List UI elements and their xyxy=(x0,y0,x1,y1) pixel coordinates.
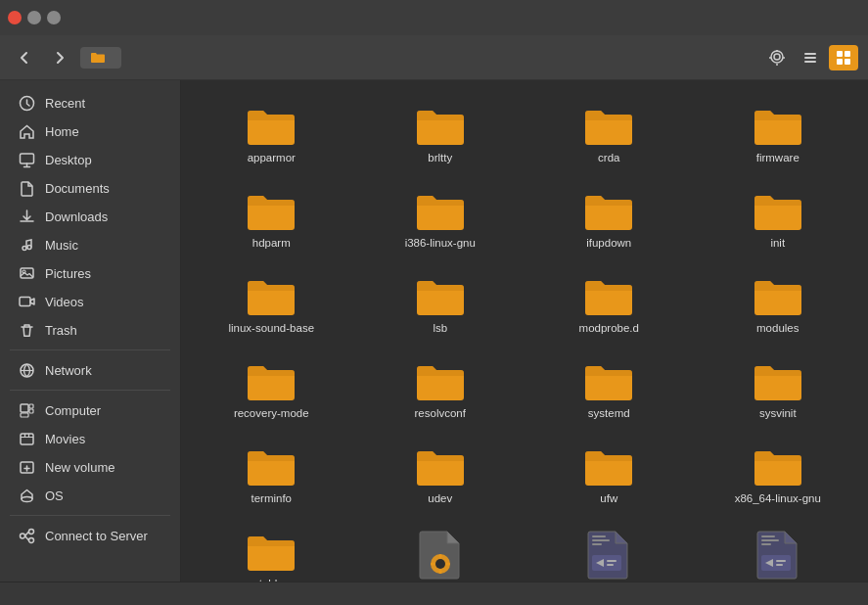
sidebar-item-videos[interactable]: Videos xyxy=(4,288,176,315)
file-item[interactable]: recovery-mode xyxy=(191,351,352,429)
linux-sound-base-label: linux-sound-base xyxy=(228,321,314,336)
svg-rect-5 xyxy=(837,51,843,57)
sidebar-item-newvolume[interactable]: New volume xyxy=(4,453,176,481)
file-item[interactable]: xtables xyxy=(191,522,352,582)
music-icon xyxy=(18,236,35,254)
sidebar-item-connect[interactable]: Connect to Server xyxy=(4,522,176,549)
svg-rect-32 xyxy=(592,535,606,537)
svg-rect-3 xyxy=(804,57,816,59)
file-item[interactable]: linux-sound-base xyxy=(191,266,352,344)
file-item[interactable]: crda xyxy=(528,96,690,173)
list-view-button[interactable] xyxy=(796,45,825,70)
file-item[interactable]: i386-linux-gnu xyxy=(360,181,522,258)
hdparm-icon xyxy=(246,189,297,232)
ifupdown-icon xyxy=(583,189,634,232)
ifupdown-label: ifupdown xyxy=(586,236,631,251)
file-item[interactable]: apparmor xyxy=(191,96,352,173)
close-button[interactable] xyxy=(8,11,22,24)
terminfo-label: terminfo xyxy=(251,491,292,506)
pictures-label: Pictures xyxy=(45,266,91,281)
svg-rect-29 xyxy=(438,570,441,574)
sidebar-item-music[interactable]: Music xyxy=(4,231,176,258)
file-item[interactable]: modules xyxy=(698,266,859,344)
svg-point-11 xyxy=(27,245,31,249)
file-item[interactable]: sysvinit xyxy=(698,351,859,429)
sysvinit-icon xyxy=(753,359,803,402)
file-item[interactable]: lsb xyxy=(360,266,522,344)
sidebar-item-pictures[interactable]: Pictures xyxy=(4,259,176,287)
file-item[interactable]: brltty xyxy=(360,96,522,173)
file-item[interactable]: ifupdown xyxy=(528,181,690,258)
file-item[interactable]: resolvconf xyxy=(360,351,522,429)
movies-label: Movies xyxy=(45,432,85,446)
udev-label: udev xyxy=(428,491,452,506)
ufw-label: ufw xyxy=(600,491,617,506)
udev-icon xyxy=(415,444,466,488)
newvolume-label: New volume xyxy=(45,460,115,475)
sidebar-item-movies[interactable]: Movies xyxy=(4,425,176,452)
grid-view-button[interactable] xyxy=(829,45,858,70)
sidebar: RecentHomeDesktopDocumentsDownloadsMusic… xyxy=(0,80,181,582)
svg-rect-20 xyxy=(21,434,33,444)
file-item[interactable]: ufw xyxy=(528,437,690,514)
svg-rect-12 xyxy=(21,268,33,278)
svg-point-22 xyxy=(22,496,32,501)
file-item[interactable]: x86_64-linux-gnu xyxy=(698,437,859,514)
svg-rect-34 xyxy=(592,543,602,545)
klibc-icon xyxy=(586,530,631,581)
recovery-mode-label: recovery-mode xyxy=(234,406,309,421)
forward-button[interactable] xyxy=(45,45,74,70)
sidebar-item-recent[interactable]: Recent xyxy=(4,89,176,116)
cpp-icon xyxy=(418,530,463,581)
file-item[interactable]: cpp xyxy=(360,522,522,582)
minimize-button[interactable] xyxy=(27,11,41,24)
file-item[interactable]: udev xyxy=(360,437,522,514)
connect-label: Connect to Server xyxy=(45,529,148,543)
sidebar-item-os[interactable]: OS xyxy=(4,482,176,509)
toolbar xyxy=(0,35,868,80)
file-item[interactable]: firmware xyxy=(698,96,859,173)
sidebar-item-home[interactable]: Home xyxy=(4,117,176,145)
location-button[interactable] xyxy=(762,45,792,70)
file-item[interactable]: ld-linux.so.2 xyxy=(698,522,859,582)
network-label: Network xyxy=(45,363,92,378)
content-area: apparmor brltty crda firmware hdparm i38… xyxy=(181,80,868,582)
sidebar-item-trash[interactable]: Trash xyxy=(4,316,176,344)
breadcrumb-chip[interactable] xyxy=(80,47,121,69)
svg-rect-10 xyxy=(20,154,33,163)
home-icon xyxy=(18,122,35,140)
sidebar-item-downloads[interactable]: Downloads xyxy=(4,203,176,230)
file-item[interactable]: klibc-k3La8MUnuzHQ0_kG8hokcGAC0PA.so xyxy=(528,522,690,582)
file-grid: apparmor brltty crda firmware hdparm i38… xyxy=(191,96,858,582)
os-label: OS xyxy=(45,489,64,503)
resolvconf-label: resolvconf xyxy=(415,406,466,421)
file-item[interactable]: terminfo xyxy=(191,437,352,514)
svg-rect-37 xyxy=(607,564,614,566)
svg-point-24 xyxy=(28,529,33,534)
svg-rect-30 xyxy=(431,562,434,565)
sidebar-item-desktop[interactable]: Desktop xyxy=(4,146,176,173)
sidebar-item-documents[interactable]: Documents xyxy=(4,174,176,202)
back-button[interactable] xyxy=(10,45,39,70)
connect-icon xyxy=(18,527,35,544)
sidebar-item-network[interactable]: Network xyxy=(4,356,176,384)
terminfo-icon xyxy=(246,444,297,488)
ufw-icon xyxy=(583,444,634,488)
file-item[interactable]: modprobe.d xyxy=(528,266,690,344)
file-item[interactable]: systemd xyxy=(528,351,690,429)
svg-rect-6 xyxy=(845,51,850,57)
computer-icon xyxy=(18,401,35,419)
file-item[interactable]: hdparm xyxy=(191,181,352,258)
maximize-button[interactable] xyxy=(47,11,61,24)
svg-rect-7 xyxy=(837,59,843,65)
crda-label: crda xyxy=(598,151,619,165)
svg-point-25 xyxy=(28,537,33,542)
file-item[interactable]: init xyxy=(698,181,859,258)
trash-label: Trash xyxy=(45,323,77,338)
videos-icon xyxy=(18,293,35,310)
desktop-label: Desktop xyxy=(45,153,92,167)
svg-rect-2 xyxy=(804,53,816,55)
sidebar-item-computer[interactable]: Computer xyxy=(4,396,176,424)
systemd-icon xyxy=(583,359,634,402)
svg-point-0 xyxy=(774,54,780,60)
